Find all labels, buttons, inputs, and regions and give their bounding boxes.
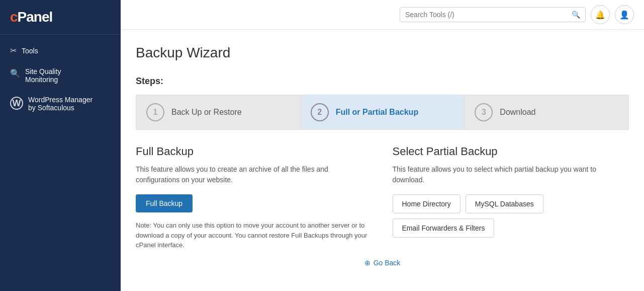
full-backup-description: This feature allows you to create an arc…: [136, 164, 373, 185]
sidebar-item-tools-label: Tools: [22, 47, 38, 55]
footer-row: ⊕ Go Back: [136, 250, 629, 272]
full-backup-button[interactable]: Full Backup: [136, 194, 193, 212]
page-title: Backup Wizard: [136, 45, 629, 61]
notifications-button[interactable]: 🔔: [591, 5, 610, 24]
site-quality-line1: Site Quality: [25, 67, 61, 76]
steps-label: Steps:: [136, 76, 629, 87]
go-back-icon: ⊕: [364, 259, 371, 267]
mysql-databases-button[interactable]: MySQL Databases: [466, 194, 543, 213]
step-2[interactable]: 2 Full or Partial Backup: [301, 95, 465, 129]
step-1-label: Back Up or Restore: [171, 108, 242, 117]
wordpress-icon: W: [10, 97, 23, 110]
site-quality-label-block: Site Quality Monitoring: [25, 67, 61, 84]
partial-backup-title: Select Partial Backup: [393, 145, 629, 158]
sidebar-item-site-quality[interactable]: 🔍 Site Quality Monitoring: [0, 61, 121, 90]
logo-text: cPanel: [10, 9, 52, 25]
sidebar-item-wordpress[interactable]: W WordPress Manager by Softaculous: [0, 90, 121, 118]
step-2-label: Full or Partial Backup: [336, 108, 418, 117]
header: 🔍 🔔 👤: [121, 0, 644, 30]
sidebar: cPanel ✂ Tools 🔍 Site Quality Monitoring…: [0, 0, 121, 291]
full-backup-note: Note: You can only use this option to mo…: [136, 221, 373, 250]
step-3-label: Download: [500, 108, 535, 117]
go-back-label: Go Back: [374, 259, 401, 267]
user-button[interactable]: 👤: [615, 5, 634, 24]
sidebar-nav: ✂ Tools 🔍 Site Quality Monitoring W Word…: [0, 35, 121, 123]
wordpress-label-block: WordPress Manager by Softaculous: [28, 96, 93, 112]
tools-icon: ✂: [10, 46, 17, 55]
step-3-num: 3: [475, 103, 493, 121]
full-backup-title: Full Backup: [136, 145, 373, 158]
main-content: 🔍 🔔 👤 Backup Wizard Steps: 1 Back Up or …: [121, 0, 644, 291]
logo: cPanel: [0, 0, 121, 35]
bell-icon: 🔔: [595, 10, 605, 20]
site-quality-icon: 🔍: [10, 68, 20, 78]
wordpress-line2: by Softaculous: [28, 104, 93, 112]
search-input[interactable]: [405, 11, 569, 19]
full-backup-section: Full Backup This feature allows you to c…: [136, 145, 373, 250]
step-2-num: 2: [311, 103, 329, 121]
wordpress-line1: WordPress Manager: [28, 96, 93, 104]
partial-backup-buttons: Home Directory MySQL Databases Email For…: [393, 194, 629, 238]
steps-bar: 1 Back Up or Restore 2 Full or Partial B…: [136, 95, 629, 130]
step-1[interactable]: 1 Back Up or Restore: [136, 95, 301, 129]
search-button[interactable]: 🔍: [572, 11, 580, 19]
home-directory-button[interactable]: Home Directory: [393, 194, 461, 213]
site-quality-line2: Monitoring: [25, 76, 61, 84]
user-icon: 👤: [619, 10, 629, 20]
step-1-num: 1: [146, 103, 164, 121]
partial-backup-section: Select Partial Backup This feature allow…: [393, 145, 629, 250]
search-box: 🔍: [400, 7, 586, 22]
email-forwarders-button[interactable]: Email Forwarders & Filters: [393, 219, 495, 238]
two-column-layout: Full Backup This feature allows you to c…: [136, 145, 629, 250]
page-content: Backup Wizard Steps: 1 Back Up or Restor…: [121, 30, 644, 291]
step-3[interactable]: 3 Download: [465, 95, 628, 129]
partial-backup-description: This feature allows you to select which …: [393, 164, 629, 185]
sidebar-item-tools[interactable]: ✂ Tools: [0, 40, 121, 61]
go-back-link[interactable]: ⊕ Go Back: [364, 259, 401, 267]
